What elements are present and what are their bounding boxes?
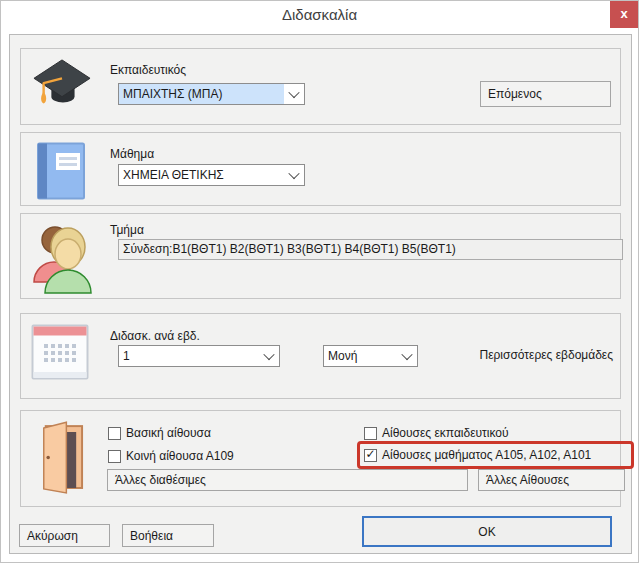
checkbox-label: Αίθουσες μαθήματος Α105, Α102, Α101 [382, 448, 591, 462]
titlebar: Διδασκαλία x [1, 1, 638, 29]
teacher-combobox-value: ΜΠΑΙΧΤΗΣ (ΜΠΑ) [119, 84, 284, 104]
schedule-section: Διδασκ. ανά εβδ. 1 Μονή Περισσότερες εβδ… [20, 313, 621, 399]
teaching-dialog: Διδασκαλία x Εκπαιδευτικός ΜΠΑΙΧΤΗΣ (ΜΠΑ… [0, 0, 639, 563]
class-label: Τμήμα [110, 223, 144, 237]
checkbox-subject-rooms[interactable]: Αίθουσες μαθήματος Α105, Α102, Α101 [364, 448, 591, 462]
next-button[interactable]: Επόμενος [480, 81, 611, 107]
students-icon [28, 222, 94, 298]
graduation-cap-icon [31, 58, 93, 120]
checkbox-label: Αίθουσες εκπαιδευτικού [382, 426, 509, 440]
subject-combobox-value: ΧΗΜΕΙΑ ΘΕΤΙΚΗΣ [119, 165, 284, 185]
checkbox-label: Κοινή αίθουσα Α109 [126, 449, 234, 463]
help-button[interactable]: Βοήθεια [122, 524, 214, 547]
close-icon[interactable]: x [610, 1, 638, 28]
rooms-section: Βασική αίθουσα Κοινή αίθουσα Α109 Αίθουσ… [20, 410, 621, 507]
week-parity-combobox-value: Μονή [324, 346, 397, 366]
checkbox-checked-icon[interactable] [364, 449, 377, 462]
per-week-combobox[interactable]: 1 [118, 345, 280, 367]
dialog-body: Εκπαιδευτικός ΜΠΑΙΧΤΗΣ (ΜΠΑ) Επόμενος Μά… [9, 34, 632, 554]
chevron-down-icon [284, 84, 304, 104]
checkbox-icon[interactable] [108, 450, 121, 463]
checkbox-icon[interactable] [108, 427, 121, 440]
more-weeks-link[interactable]: Περισσότερες εβδομάδες [480, 348, 613, 362]
per-week-combobox-value: 1 [119, 346, 259, 366]
subject-label: Μάθημα [110, 147, 154, 161]
checkbox-icon[interactable] [364, 427, 377, 440]
chevron-down-icon [284, 165, 304, 185]
door-icon [31, 421, 86, 502]
ok-button[interactable]: OK [362, 516, 612, 547]
other-available-button[interactable]: Άλλες διαθέσιμες [107, 469, 468, 491]
subject-combobox[interactable]: ΧΗΜΕΙΑ ΘΕΤΙΚΗΣ [118, 164, 305, 186]
checkbox-teacher-rooms[interactable]: Αίθουσες εκπαιδευτικού [364, 426, 509, 440]
dialog-title: Διδασκαλία [1, 6, 638, 23]
teacher-section: Εκπαιδευτικός ΜΠΑΙΧΤΗΣ (ΜΠΑ) Επόμενος [20, 48, 621, 125]
checkbox-label: Βασική αίθουσα [126, 426, 211, 440]
cancel-button[interactable]: Ακύρωση [19, 524, 110, 547]
teacher-combobox[interactable]: ΜΠΑΙΧΤΗΣ (ΜΠΑ) [118, 83, 305, 105]
book-icon [31, 142, 91, 204]
teacher-label: Εκπαιδευτικός [110, 63, 186, 77]
checkbox-shared-room[interactable]: Κοινή αίθουσα Α109 [108, 449, 234, 463]
subject-section: Μάθημα ΧΗΜΕΙΑ ΘΕΤΙΚΗΣ [20, 132, 621, 206]
calendar-icon [31, 324, 89, 390]
week-parity-combobox[interactable]: Μονή [323, 345, 418, 367]
class-section: Τμήμα Σύνδεση:Β1(ΒΘΤ1) Β2(ΒΘΤ1) Β3(ΒΘΤ1)… [20, 213, 621, 299]
class-field[interactable]: Σύνδεση:Β1(ΒΘΤ1) Β2(ΒΘΤ1) Β3(ΒΘΤ1) Β4(ΒΘ… [118, 239, 623, 260]
other-rooms-button[interactable]: Άλλες Αίθουσες [478, 469, 625, 491]
checkbox-basic-room[interactable]: Βασική αίθουσα [108, 426, 211, 440]
chevron-down-icon [259, 346, 279, 366]
chevron-down-icon [397, 346, 417, 366]
per-week-label: Διδασκ. ανά εβδ. [110, 329, 200, 343]
